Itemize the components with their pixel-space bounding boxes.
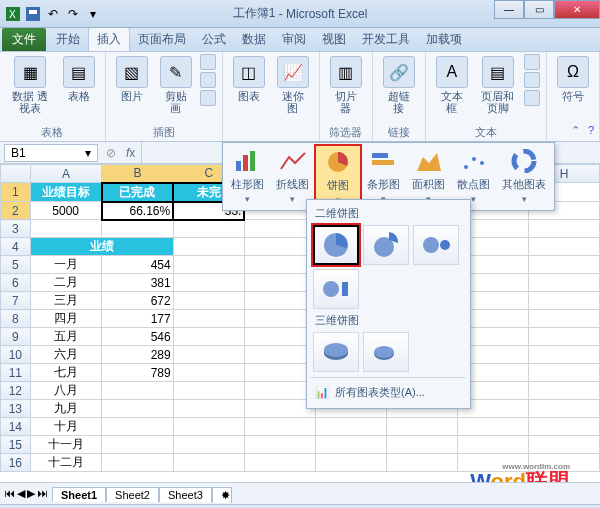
tab-insert[interactable]: 插入 bbox=[88, 27, 130, 51]
sparklines-button[interactable]: 📈迷你图 bbox=[273, 54, 313, 116]
cell[interactable]: 381 bbox=[102, 274, 174, 292]
row-header[interactable]: 13 bbox=[1, 400, 31, 418]
cell[interactable]: 业绩 bbox=[30, 238, 173, 256]
other-chart-button[interactable]: 其他图表▾ bbox=[496, 145, 552, 208]
pie-of-pie-button[interactable] bbox=[413, 225, 459, 265]
headerfooter-button[interactable]: ▤页眉和页脚 bbox=[476, 54, 520, 116]
col-header[interactable]: B bbox=[102, 165, 174, 183]
slicer-button[interactable]: ▥切片器 bbox=[326, 54, 366, 116]
tab-home[interactable]: 开始 bbox=[48, 28, 88, 51]
cell[interactable]: 789 bbox=[102, 364, 174, 382]
minimize-button[interactable]: — bbox=[494, 0, 524, 19]
clipart-button[interactable]: ✎剪贴画 bbox=[156, 54, 196, 116]
select-all[interactable] bbox=[1, 165, 31, 183]
row-header[interactable]: 5 bbox=[1, 256, 31, 274]
pie-2d-basic-button[interactable] bbox=[313, 225, 359, 265]
row-header[interactable]: 14 bbox=[1, 418, 31, 436]
cell[interactable]: 八月 bbox=[30, 382, 101, 400]
tab-dev[interactable]: 开发工具 bbox=[354, 28, 418, 51]
save-icon[interactable] bbox=[24, 5, 42, 23]
cell[interactable] bbox=[102, 436, 174, 454]
row-header[interactable]: 6 bbox=[1, 274, 31, 292]
row-header[interactable]: 16 bbox=[1, 454, 31, 472]
cell[interactable]: 546 bbox=[102, 328, 174, 346]
undo-icon[interactable]: ↶ bbox=[44, 5, 62, 23]
row-header[interactable]: 1 bbox=[1, 183, 31, 202]
cell[interactable]: 业绩目标 bbox=[30, 183, 101, 202]
pie-3d-basic-button[interactable] bbox=[313, 332, 359, 372]
cell[interactable]: 177 bbox=[102, 310, 174, 328]
pie-2d-exploded-button[interactable] bbox=[363, 225, 409, 265]
prev-sheet-icon[interactable]: ◀ bbox=[17, 487, 25, 500]
cell[interactable] bbox=[102, 400, 174, 418]
row-header[interactable]: 15 bbox=[1, 436, 31, 454]
sheet-tab[interactable]: Sheet1 bbox=[52, 487, 106, 502]
next-sheet-icon[interactable]: ▶ bbox=[27, 487, 35, 500]
row-header[interactable]: 12 bbox=[1, 382, 31, 400]
first-sheet-icon[interactable]: ⏮ bbox=[4, 487, 15, 500]
row-header[interactable]: 9 bbox=[1, 328, 31, 346]
cell[interactable]: 五月 bbox=[30, 328, 101, 346]
col-header[interactable]: A bbox=[30, 165, 101, 183]
last-sheet-icon[interactable]: ⏭ bbox=[37, 487, 48, 500]
cell[interactable]: 5000 bbox=[30, 202, 101, 220]
fx-icon[interactable]: fx bbox=[120, 146, 141, 160]
chevron-down-icon[interactable]: ▾ bbox=[85, 146, 91, 160]
hyperlink-button[interactable]: 🔗超链接 bbox=[379, 54, 419, 116]
name-box[interactable]: B1▾ bbox=[4, 144, 98, 162]
row-header[interactable]: 10 bbox=[1, 346, 31, 364]
cell[interactable]: 十二月 bbox=[30, 454, 101, 472]
row-header[interactable]: 7 bbox=[1, 292, 31, 310]
row-header[interactable]: 2 bbox=[1, 202, 31, 220]
redo-icon[interactable]: ↷ bbox=[64, 5, 82, 23]
cell[interactable]: 二月 bbox=[30, 274, 101, 292]
tab-formula[interactable]: 公式 bbox=[194, 28, 234, 51]
worksheet[interactable]: A B C D E F G H 1 业绩目标 已完成 未完 2 5000 66.… bbox=[0, 164, 600, 482]
close-button[interactable]: ✕ bbox=[554, 0, 600, 19]
table-button[interactable]: ▤表格 bbox=[59, 54, 99, 104]
tab-data[interactable]: 数据 bbox=[234, 28, 274, 51]
row-header[interactable]: 11 bbox=[1, 364, 31, 382]
row-header[interactable]: 8 bbox=[1, 310, 31, 328]
row-header[interactable]: 4 bbox=[1, 238, 31, 256]
pie-3d-exploded-button[interactable] bbox=[363, 332, 409, 372]
cell[interactable]: 一月 bbox=[30, 256, 101, 274]
sigline-icon[interactable] bbox=[524, 72, 540, 88]
cell[interactable]: 三月 bbox=[30, 292, 101, 310]
wordart-icon[interactable] bbox=[524, 54, 540, 70]
cell[interactable]: 454 bbox=[102, 256, 174, 274]
pivot-button[interactable]: ▦数据 透视表 bbox=[6, 54, 55, 116]
cell[interactable] bbox=[102, 382, 174, 400]
cell[interactable]: 六月 bbox=[30, 346, 101, 364]
tab-review[interactable]: 审阅 bbox=[274, 28, 314, 51]
tab-layout[interactable]: 页面布局 bbox=[130, 28, 194, 51]
tab-view[interactable]: 视图 bbox=[314, 28, 354, 51]
cell[interactable]: 七月 bbox=[30, 364, 101, 382]
qat-dropdown-icon[interactable]: ▾ bbox=[84, 5, 102, 23]
sheet-tab[interactable]: Sheet3 bbox=[159, 487, 212, 502]
textbox-button[interactable]: A文本框 bbox=[432, 54, 472, 116]
help-icon[interactable]: ? bbox=[588, 124, 594, 137]
cell[interactable]: 十月 bbox=[30, 418, 101, 436]
row-header[interactable]: 3 bbox=[1, 220, 31, 238]
cell[interactable]: 九月 bbox=[30, 400, 101, 418]
all-chart-types-button[interactable]: 📊所有图表类型(A)... bbox=[311, 381, 466, 404]
shapes-icon[interactable] bbox=[200, 54, 216, 70]
new-sheet-button[interactable]: ✸ bbox=[212, 487, 232, 503]
picture-button[interactable]: ▧图片 bbox=[112, 54, 152, 104]
screenshot-icon[interactable] bbox=[200, 90, 216, 106]
bar-of-pie-button[interactable] bbox=[313, 269, 359, 309]
cell[interactable]: 672 bbox=[102, 292, 174, 310]
cell[interactable]: 四月 bbox=[30, 310, 101, 328]
charts-button[interactable]: ◫图表 bbox=[229, 54, 269, 104]
cell[interactable]: 已完成 bbox=[102, 183, 174, 202]
cell[interactable] bbox=[102, 454, 174, 472]
symbol-button[interactable]: Ω符号 bbox=[553, 54, 593, 104]
tab-addins[interactable]: 加载项 bbox=[418, 28, 470, 51]
cell[interactable] bbox=[102, 418, 174, 436]
column-chart-button[interactable]: 柱形图▾ bbox=[225, 145, 270, 208]
cell[interactable]: 289 bbox=[102, 346, 174, 364]
object-icon[interactable] bbox=[524, 90, 540, 106]
sheet-tab[interactable]: Sheet2 bbox=[106, 487, 159, 502]
cell[interactable]: 66.16% bbox=[102, 202, 174, 220]
